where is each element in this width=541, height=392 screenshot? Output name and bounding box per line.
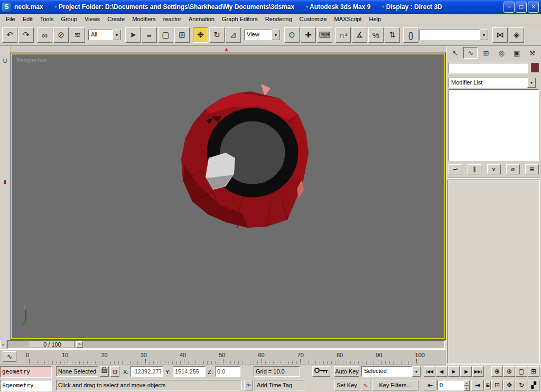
bind-to-spacewarp-icon[interactable]: ≋	[70, 27, 85, 43]
key-filters-button[interactable]: Key Filters...	[372, 380, 418, 390]
snap-3d-icon[interactable]: ∩³	[335, 27, 351, 43]
percent-snap-icon[interactable]: %	[368, 27, 384, 43]
menu-item[interactable]: Group	[57, 15, 81, 23]
select-and-rotate-icon[interactable]: ↻	[209, 27, 225, 43]
tab-utilities[interactable]: ⚒	[525, 47, 539, 59]
zoom-extents-icon[interactable]: ▢	[516, 366, 527, 377]
modifier-stack-list[interactable]	[449, 89, 539, 161]
chevron-down-icon[interactable]: ▼	[480, 30, 488, 40]
select-and-manipulate-icon[interactable]: ✚	[301, 27, 316, 43]
make-unique-icon[interactable]: ⋎	[487, 164, 501, 174]
x-coordinate-field[interactable]	[130, 366, 163, 377]
time-slider-thumb[interactable]: 0 / 100	[30, 341, 75, 348]
rect-selection-region-icon[interactable]: ▢	[158, 27, 173, 43]
select-and-scale-icon[interactable]: ⊿	[226, 27, 241, 43]
spinner-down-icon[interactable]: ▾	[464, 386, 470, 391]
use-pivot-center-icon[interactable]: ⊙	[284, 27, 300, 43]
menu-item[interactable]: Help	[366, 15, 385, 23]
next-frame-button[interactable]: |▶	[460, 366, 472, 377]
menu-item[interactable]: Tools	[36, 15, 58, 23]
play-button[interactable]: ▶	[448, 366, 460, 377]
menu-item[interactable]: Rendering	[262, 15, 296, 23]
previous-frame-button[interactable]: ◀|	[436, 366, 447, 377]
maximize-button[interactable]: □	[516, 2, 527, 13]
status-expand-icon[interactable]: ≫	[244, 380, 253, 390]
menu-item[interactable]: Modifiers	[128, 15, 160, 23]
menu-item[interactable]: MAXScript	[331, 15, 366, 23]
add-time-tag-field[interactable]: Add Time Tag	[255, 380, 305, 390]
menu-item[interactable]: File	[2, 15, 19, 23]
tab-modify[interactable]: ∿	[463, 47, 478, 59]
menu-item[interactable]: Create	[104, 15, 128, 23]
close-button[interactable]: ×	[528, 2, 539, 13]
object-color-swatch[interactable]	[531, 63, 539, 72]
tab-hierarchy[interactable]: ⊞	[479, 47, 493, 59]
menu-item[interactable]: reactor	[160, 15, 185, 23]
remove-modifier-icon[interactable]: ⌀	[506, 164, 520, 174]
reference-coordinate-dropdown[interactable]: View ▼	[244, 30, 280, 40]
zoom-icon[interactable]: ⊕	[491, 366, 503, 377]
redo-icon[interactable]: ↷	[18, 27, 34, 43]
object-name-field[interactable]	[449, 63, 528, 73]
key-mode-toggle-button[interactable]: ⇤	[424, 380, 436, 390]
mirror-icon[interactable]: ⋈	[492, 27, 508, 43]
auto-key-button[interactable]: Auto Key	[334, 366, 359, 377]
select-and-move-icon[interactable]: ✥	[193, 27, 208, 43]
set-keys-key-icon[interactable]	[312, 366, 330, 377]
rollout-area[interactable]	[447, 180, 540, 363]
mini-curve-editor-icon[interactable]: ∿	[3, 351, 16, 362]
pin-stack-icon[interactable]: ⊸	[449, 164, 462, 174]
configure-modifier-sets-icon[interactable]: ⊞	[525, 164, 539, 174]
chevron-down-icon[interactable]: ▼	[527, 78, 536, 88]
select-by-name-icon[interactable]: ≡	[142, 27, 157, 43]
chevron-down-icon[interactable]: ▼	[113, 30, 121, 40]
spinner-snap-icon[interactable]: ⇅	[385, 27, 400, 43]
zoom-extents-all-icon[interactable]: ⊞	[528, 366, 539, 377]
menu-item[interactable]: Views	[81, 15, 104, 23]
go-to-start-button[interactable]: |◀◀	[424, 366, 435, 377]
go-to-end-button[interactable]: ▶▶|	[472, 366, 484, 377]
named-selection-sets-icon[interactable]: {}	[403, 27, 418, 43]
named-selection-sets-dropdown[interactable]: ▼	[419, 30, 488, 40]
time-slider-track[interactable]: 0 / 100 >	[7, 340, 445, 349]
selection-filter-dropdown[interactable]: All ▼	[88, 30, 121, 40]
perspective-viewport[interactable]: z Perspective	[11, 53, 445, 339]
window-crossing-icon[interactable]: ⊞	[174, 27, 190, 43]
absolute-mode-icon[interactable]: ⊡	[110, 366, 119, 377]
neck-mesh-object[interactable]	[181, 84, 309, 228]
track-bar[interactable]: 0102030405060708090100 ∿	[0, 349, 446, 365]
z-coordinate-field[interactable]	[215, 366, 240, 377]
spinner-up-icon[interactable]: ▴	[464, 380, 470, 386]
menu-item[interactable]: Graph Editors	[218, 15, 262, 23]
time-slider-next-button[interactable]: >	[76, 341, 83, 348]
menu-item[interactable]: Edit	[19, 15, 36, 23]
undo-icon[interactable]: ↶	[2, 27, 17, 43]
time-slider-prev-button[interactable]: <	[0, 340, 6, 350]
chevron-down-icon[interactable]: ▼	[272, 30, 280, 40]
macro-recorder-pane[interactable]: geometry	[0, 366, 52, 378]
menu-item[interactable]: Customize	[296, 15, 331, 23]
selection-lock-icon[interactable]	[100, 366, 109, 377]
next-key-button[interactable]: ⇥	[471, 380, 484, 390]
maximize-viewport-toggle-icon[interactable]: ▞	[528, 380, 539, 390]
keyboard-override-icon[interactable]: ⌨	[317, 27, 332, 43]
align-icon[interactable]: ◈	[509, 27, 524, 43]
angle-snap-icon[interactable]: ∡	[352, 27, 367, 43]
menu-item[interactable]: Animation	[185, 15, 218, 23]
unlink-selection-icon[interactable]: ⊘	[53, 27, 69, 43]
viewport-canvas[interactable]: z	[12, 54, 444, 338]
time-configuration-icon[interactable]: ⊞	[484, 381, 491, 389]
y-coordinate-field[interactable]	[173, 366, 206, 377]
pan-icon[interactable]: ✥	[503, 380, 515, 390]
select-and-link-icon[interactable]: ∞	[37, 27, 52, 43]
frame-spinner[interactable]: ▴ ▾	[464, 380, 470, 390]
arc-rotate-icon[interactable]: ↻	[516, 380, 527, 390]
select-object-icon[interactable]: ➤	[125, 27, 141, 43]
modifier-list-dropdown[interactable]: Modifier List ▼	[449, 78, 536, 88]
tab-display[interactable]: ▣	[510, 47, 524, 59]
tab-create[interactable]: ↖	[448, 47, 462, 59]
key-mode-dropdown[interactable]: Selected ▼	[361, 366, 421, 377]
set-key-button[interactable]: Set Key	[334, 380, 359, 390]
maxscript-listener-pane[interactable]: $geometry	[0, 380, 52, 391]
minimize-button[interactable]: −	[503, 2, 515, 13]
